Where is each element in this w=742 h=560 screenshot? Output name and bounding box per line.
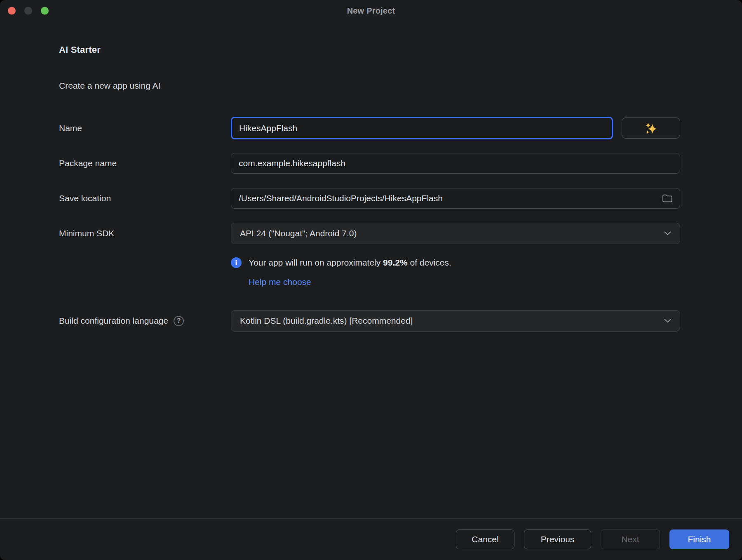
package-name-input[interactable]	[231, 153, 680, 174]
minimum-sdk-label: Minimum SDK	[59, 228, 231, 238]
build-config-label: Build configuration language	[59, 316, 168, 326]
folder-browse-icon[interactable]	[662, 193, 673, 203]
build-config-row: Build configuration language ? Kotlin DS…	[59, 310, 680, 332]
close-window-button[interactable]	[8, 7, 16, 15]
next-button: Next	[601, 529, 660, 549]
name-label: Name	[59, 123, 231, 133]
cancel-button[interactable]: Cancel	[456, 529, 514, 549]
finish-button[interactable]: Finish	[669, 529, 729, 549]
previous-button[interactable]: Previous	[524, 529, 591, 549]
build-config-select[interactable]: Kotlin DSL (build.gradle.kts) [Recommend…	[231, 310, 680, 332]
window-controls	[8, 7, 49, 15]
window-title: New Project	[347, 6, 395, 16]
name-input[interactable]	[231, 117, 613, 139]
help-me-choose-link[interactable]: Help me choose	[249, 277, 311, 287]
package-name-row: Package name	[59, 152, 680, 174]
name-row: Name	[59, 117, 680, 139]
sparkle-icon	[644, 121, 658, 135]
package-name-label: Package name	[59, 158, 231, 168]
new-project-form: Name	[59, 117, 680, 332]
minimum-sdk-select[interactable]: API 24 ("Nougat"; Android 7.0)	[231, 223, 680, 244]
minimize-window-button	[24, 7, 32, 15]
save-location-input[interactable]	[231, 188, 680, 209]
minimum-sdk-row: Minimum SDK API 24 ("Nougat"; Android 7.…	[59, 222, 680, 245]
new-project-dialog: New Project AI Starter Create a new app …	[0, 0, 742, 560]
chevron-down-icon	[664, 231, 671, 235]
zoom-window-button[interactable]	[41, 7, 49, 15]
save-location-row: Save location	[59, 187, 680, 209]
help-circle-icon[interactable]: ?	[174, 316, 184, 326]
sdk-info-line: i Your app will run on approximately 99.…	[231, 257, 680, 268]
dialog-footer: Cancel Previous Next Finish	[0, 518, 742, 560]
ai-generate-name-button[interactable]	[622, 118, 680, 139]
page-subtitle: Create a new app using AI	[59, 81, 680, 91]
titlebar: New Project	[0, 0, 742, 21]
info-icon: i	[231, 257, 242, 268]
sdk-info-text: Your app will run on approximately 99.2%…	[249, 258, 451, 268]
device-coverage-value: 99.2%	[383, 258, 408, 267]
page-title: AI Starter	[59, 45, 680, 55]
dialog-content: AI Starter Create a new app using AI Nam…	[0, 45, 742, 332]
sdk-info-block: i Your app will run on approximately 99.…	[231, 257, 680, 287]
save-location-label: Save location	[59, 193, 231, 203]
build-config-value: Kotlin DSL (build.gradle.kts) [Recommend…	[240, 316, 413, 326]
chevron-down-icon	[664, 319, 671, 323]
minimum-sdk-value: API 24 ("Nougat"; Android 7.0)	[240, 228, 357, 238]
